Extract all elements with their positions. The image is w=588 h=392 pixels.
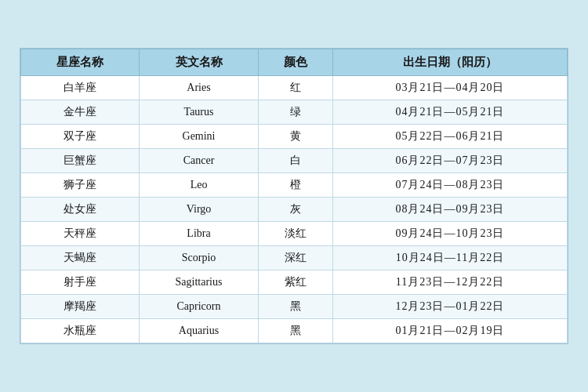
table-row: 摩羯座Capricorn黑12月23日—01月22日: [21, 295, 568, 319]
cell-chinese-name: 天秤座: [21, 222, 140, 246]
cell-english-name: Leo: [140, 173, 258, 198]
table-row: 水瓶座Aquarius黑01月21日—02月19日: [21, 319, 568, 343]
header-english-name: 英文名称: [140, 49, 258, 76]
cell-chinese-name: 金牛座: [21, 100, 140, 125]
cell-color: 黑: [258, 295, 332, 319]
cell-english-name: Aquarius: [140, 319, 258, 343]
cell-birthdate: 03月21日—04月20日: [332, 76, 567, 100]
cell-color: 黑: [258, 319, 332, 343]
cell-chinese-name: 摩羯座: [21, 295, 140, 319]
cell-chinese-name: 双子座: [21, 125, 140, 149]
header-color: 颜色: [258, 49, 332, 76]
table-row: 狮子座Leo橙07月24日—08月23日: [21, 173, 568, 198]
table-row: 金牛座Taurus绿04月21日—05月21日: [21, 100, 568, 125]
cell-chinese-name: 水瓶座: [21, 319, 140, 343]
cell-birthdate: 05月22日—06月21日: [332, 125, 567, 149]
cell-english-name: Aries: [140, 76, 258, 100]
cell-english-name: Taurus: [140, 100, 258, 125]
cell-color: 深红: [258, 246, 332, 270]
cell-birthdate: 12月23日—01月22日: [332, 295, 567, 319]
table-header-row: 星座名称 英文名称 颜色 出生日期（阳历）: [21, 49, 568, 76]
cell-birthdate: 11月23日—12月22日: [332, 270, 567, 295]
cell-birthdate: 07月24日—08月23日: [332, 173, 567, 198]
table-row: 处女座Virgo灰08月24日—09月23日: [21, 198, 568, 222]
cell-birthdate: 10月24日—11月22日: [332, 246, 567, 270]
table-row: 天蝎座Scorpio深红10月24日—11月22日: [21, 246, 568, 270]
cell-english-name: Sagittarius: [140, 270, 258, 295]
table-row: 巨蟹座Cancer白06月22日—07月23日: [21, 149, 568, 173]
zodiac-table-container: 星座名称 英文名称 颜色 出生日期（阳历） 白羊座Aries红03月21日—04…: [20, 48, 568, 344]
cell-birthdate: 04月21日—05月21日: [332, 100, 567, 125]
cell-chinese-name: 狮子座: [21, 173, 140, 198]
cell-birthdate: 01月21日—02月19日: [332, 319, 567, 343]
cell-english-name: Virgo: [140, 198, 258, 222]
table-row: 白羊座Aries红03月21日—04月20日: [21, 76, 568, 100]
header-chinese-name: 星座名称: [21, 49, 140, 76]
cell-color: 灰: [258, 198, 332, 222]
cell-english-name: Gemini: [140, 125, 258, 149]
table-row: 双子座Gemini黄05月22日—06月21日: [21, 125, 568, 149]
cell-color: 红: [258, 76, 332, 100]
cell-chinese-name: 白羊座: [21, 76, 140, 100]
table-row: 射手座Sagittarius紫红11月23日—12月22日: [21, 270, 568, 295]
cell-chinese-name: 射手座: [21, 270, 140, 295]
cell-english-name: Libra: [140, 222, 258, 246]
zodiac-table: 星座名称 英文名称 颜色 出生日期（阳历） 白羊座Aries红03月21日—04…: [20, 49, 568, 343]
cell-color: 绿: [258, 100, 332, 125]
cell-english-name: Scorpio: [140, 246, 258, 270]
cell-chinese-name: 巨蟹座: [21, 149, 140, 173]
cell-chinese-name: 处女座: [21, 198, 140, 222]
cell-color: 橙: [258, 173, 332, 198]
cell-birthdate: 08月24日—09月23日: [332, 198, 567, 222]
cell-color: 白: [258, 149, 332, 173]
cell-birthdate: 06月22日—07月23日: [332, 149, 567, 173]
cell-color: 黄: [258, 125, 332, 149]
cell-english-name: Capricorn: [140, 295, 258, 319]
table-body: 白羊座Aries红03月21日—04月20日金牛座Taurus绿04月21日—0…: [21, 76, 568, 343]
cell-english-name: Cancer: [140, 149, 258, 173]
cell-chinese-name: 天蝎座: [21, 246, 140, 270]
header-birthdate: 出生日期（阳历）: [332, 49, 567, 76]
cell-color: 淡红: [258, 222, 332, 246]
cell-birthdate: 09月24日—10月23日: [332, 222, 567, 246]
cell-color: 紫红: [258, 270, 332, 295]
table-row: 天秤座Libra淡红09月24日—10月23日: [21, 222, 568, 246]
